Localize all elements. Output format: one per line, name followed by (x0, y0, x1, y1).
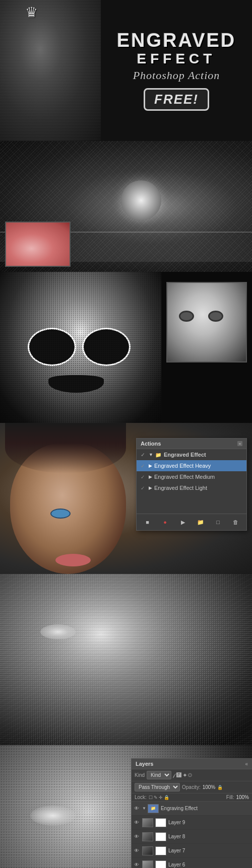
opacity-val: 100% (203, 784, 216, 790)
actions-panel-title: Actions (141, 441, 161, 447)
folder-icon: 📁 (155, 452, 161, 458)
layer-mask-9 (155, 818, 166, 827)
layer-mask-6 (155, 860, 166, 869)
portrait-actions-section: Actions « ✓ ▼ 📁 Engraved Effect ✓ ▶ Engr… (0, 423, 252, 574)
lock-icons-group: ☐ ✎ ✛ 🔒 (149, 795, 169, 800)
thumb-gradient-6 (143, 861, 153, 869)
layer-thumb-9 (142, 818, 153, 827)
delete-btn[interactable]: 🗑 (230, 517, 241, 528)
layer-item-7[interactable]: 👁 Layer 7 (132, 844, 252, 858)
car-original-thumb (5, 222, 71, 267)
action-item-medium[interactable]: ✓ ▶ Engraved Effect Medium (137, 471, 246, 482)
sunglasses-section (0, 272, 252, 423)
eye-icon-group[interactable]: 👁 (134, 806, 141, 811)
item-arrow-2: ▶ (149, 474, 152, 479)
hero-portrait-bg: ♛ (0, 0, 101, 141)
car-thumb-inner (6, 223, 70, 266)
kind-dropdown[interactable]: Kind (147, 771, 171, 779)
hero-free-text: FREE! (154, 92, 199, 107)
hero-section: ♛ ENGRAVED EFFECT Photoshop Action FREE! (0, 0, 252, 141)
layer-name-9: Layer 9 (168, 820, 185, 825)
layers-kind-row: Kind Kind 𝒻 🅿 ✦ ◎ (132, 769, 252, 781)
layer-thumb-8 (142, 832, 153, 841)
actions-toolbar: ■ ● ▶ 📁 □ 🗑 (137, 514, 246, 530)
layers-panel-header: Layers « (132, 759, 252, 769)
layer-name-7: Layer 7 (168, 848, 185, 853)
item-arrow-3: ▶ (149, 485, 152, 490)
action-label-medium: Engraved Effect Medium (154, 474, 215, 480)
layer-item-9[interactable]: 👁 Layer 9 (132, 816, 252, 830)
hero-subtitle: Photoshop Action (133, 69, 220, 82)
dots-overlay (0, 272, 161, 423)
actions-group-item[interactable]: ✓ ▼ 📁 Engraved Effect (137, 449, 246, 460)
actions-panel-titlebar: Actions « (137, 439, 246, 449)
lock-all-icon[interactable]: 🔒 (164, 795, 169, 800)
checkmark-icon-2: ✓ (141, 474, 147, 480)
record-btn[interactable]: ● (160, 517, 171, 528)
actions-panel-controls: « (237, 441, 242, 446)
eye-icon-7[interactable]: 👁 (134, 848, 141, 853)
eye-icon-8[interactable]: 👁 (134, 834, 141, 839)
thumb-glasses-left (179, 311, 194, 322)
layer-mask-7 (155, 846, 166, 855)
hero-free-badge: FREE! (144, 88, 209, 111)
thumb-gradient-8 (143, 833, 153, 841)
group-folder: 📁 (151, 806, 156, 811)
new-set-btn[interactable]: 📁 (195, 517, 206, 528)
layer-name-8: Layer 8 (168, 834, 185, 839)
group-label: Engraved Effect (164, 452, 206, 458)
layer-item-6[interactable]: 👁 Layer 6 (132, 858, 252, 868)
thumb-glasses-right (208, 311, 223, 322)
layer-item-group[interactable]: 👁 ▼ 📁 Engraving Effect (132, 802, 252, 816)
lock-position-icon[interactable]: ✛ (159, 795, 163, 800)
play-btn[interactable]: ▶ (177, 517, 188, 528)
layers-collapse-icon[interactable]: « (245, 761, 248, 767)
hero-title-line2: EFFECT (137, 51, 216, 67)
item-arrow-1: ▶ (149, 463, 152, 468)
lock-image-icon[interactable]: ✎ (154, 795, 158, 800)
actions-empty-space (137, 493, 246, 514)
layer-thumb-7 (142, 846, 153, 855)
actions-panel: Actions « ✓ ▼ 📁 Engraved Effect ✓ ▶ Engr… (136, 438, 247, 531)
thumb-gradient-9 (143, 819, 153, 827)
layer-thumb-6 (142, 860, 153, 869)
fill-val: 100% (236, 794, 249, 800)
lock-transparent-icon[interactable]: ☐ (149, 795, 153, 800)
eye-icon-6[interactable]: 👁 (134, 862, 141, 867)
action-item-heavy[interactable]: ✓ ▶ Engraved Effect Heavy (137, 460, 246, 471)
panel-collapse-btn[interactable]: « (237, 441, 242, 446)
action-item-light[interactable]: ✓ ▶ Engraved Effect Light (137, 482, 246, 493)
layer-name-group: Engraving Effect (161, 806, 198, 811)
action-label-heavy: Engraved Effect Heavy (154, 463, 211, 469)
layers-section: Layers « Kind Kind 𝒻 🅿 ✦ ◎ Pass Through … (0, 745, 252, 868)
layer-mask-8 (155, 832, 166, 841)
stop-btn[interactable]: ■ (142, 517, 153, 528)
lock-label: Lock: (135, 794, 147, 800)
layers-panel-title: Layers (136, 761, 153, 767)
kind-label: Kind (135, 772, 145, 778)
checkmark-icon-3: ✓ (141, 485, 147, 491)
new-action-btn[interactable]: □ (213, 517, 224, 528)
thumb-gradient-7 (143, 847, 153, 855)
checkmark-icon-1: ✓ (141, 463, 147, 469)
face-eye-highlight (30, 806, 76, 826)
hero-text-area: ENGRAVED EFFECT Photoshop Action FREE! (101, 0, 252, 141)
diagonal-lines (0, 574, 252, 745)
action-label-light: Engraved Effect Light (154, 485, 207, 491)
blend-mode-dropdown[interactable]: Pass Through (135, 783, 180, 791)
engrave-lines-overlay (0, 0, 101, 141)
layers-panel: Layers « Kind Kind 𝒻 🅿 ✦ ◎ Pass Through … (131, 758, 252, 868)
layer-item-8[interactable]: 👁 Layer 8 (132, 830, 252, 844)
engraved-closeup-section (0, 574, 252, 745)
group-thumb: 📁 (148, 804, 159, 813)
checkmark-icon: ✓ (141, 452, 147, 458)
opacity-lock-icon[interactable]: 🔒 (217, 785, 223, 790)
portrait-eye (50, 509, 71, 519)
sunglasses-original-thumb (166, 282, 247, 363)
layers-lock-row: Lock: ☐ ✎ ✛ 🔒 Fill: 100% (132, 793, 252, 802)
opacity-label: Opacity: (182, 784, 201, 790)
group-arrow-icon: ▼ (149, 452, 153, 457)
eye-icon-9[interactable]: 👁 (134, 820, 141, 825)
crown-decoration: ♛ (25, 4, 38, 21)
layer-name-6: Layer 6 (168, 862, 185, 867)
